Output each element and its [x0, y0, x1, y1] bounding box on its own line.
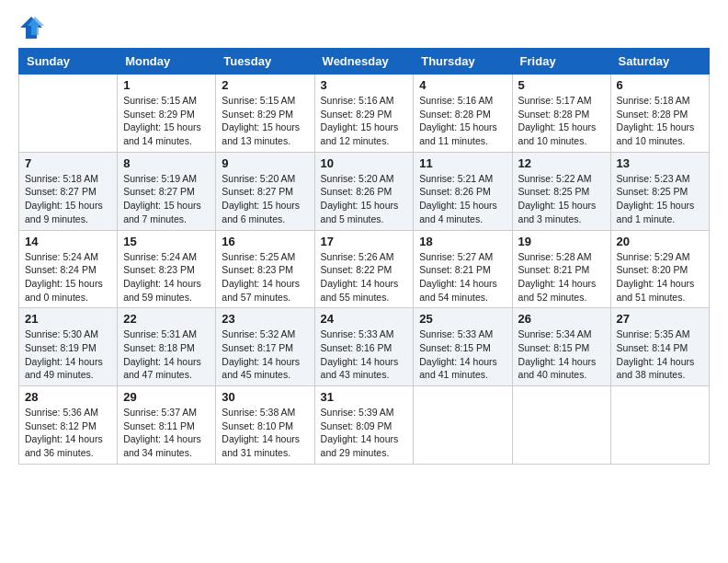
- calendar-week-row: 14Sunrise: 5:24 AM Sunset: 8:24 PM Dayli…: [19, 230, 710, 308]
- day-info: Sunrise: 5:26 AM Sunset: 8:22 PM Dayligh…: [321, 250, 408, 304]
- day-number: 1: [123, 78, 210, 92]
- calendar-cell: 11Sunrise: 5:21 AM Sunset: 8:26 PM Dayli…: [414, 152, 512, 230]
- day-info: Sunrise: 5:18 AM Sunset: 8:27 PM Dayligh…: [25, 172, 111, 226]
- day-number: 12: [518, 156, 605, 170]
- calendar-week-row: 1Sunrise: 5:15 AM Sunset: 8:29 PM Daylig…: [19, 75, 710, 153]
- calendar-cell: 2Sunrise: 5:15 AM Sunset: 8:29 PM Daylig…: [216, 75, 314, 153]
- day-number: 23: [222, 312, 308, 326]
- calendar-cell: 21Sunrise: 5:30 AM Sunset: 8:19 PM Dayli…: [19, 308, 118, 386]
- day-info: Sunrise: 5:37 AM Sunset: 8:11 PM Dayligh…: [123, 406, 210, 460]
- day-number: 16: [222, 235, 308, 248]
- day-info: Sunrise: 5:19 AM Sunset: 8:27 PM Dayligh…: [123, 172, 210, 226]
- calendar-cell: 4Sunrise: 5:16 AM Sunset: 8:28 PM Daylig…: [414, 75, 512, 153]
- calendar-cell: 24Sunrise: 5:33 AM Sunset: 8:16 PM Dayli…: [314, 308, 414, 386]
- day-of-week-header: Sunday: [19, 49, 118, 75]
- calendar: SundayMondayTuesdayWednesdayThursdayFrid…: [18, 48, 710, 465]
- day-number: 15: [123, 235, 210, 248]
- calendar-header-row: SundayMondayTuesdayWednesdayThursdayFrid…: [19, 49, 710, 75]
- day-info: Sunrise: 5:24 AM Sunset: 8:23 PM Dayligh…: [123, 250, 210, 304]
- day-info: Sunrise: 5:39 AM Sunset: 8:09 PM Dayligh…: [321, 406, 408, 460]
- day-number: 17: [321, 235, 408, 248]
- day-number: 30: [222, 390, 308, 404]
- calendar-cell: 28Sunrise: 5:36 AM Sunset: 8:12 PM Dayli…: [19, 386, 118, 465]
- calendar-cell: 31Sunrise: 5:39 AM Sunset: 8:09 PM Dayli…: [314, 386, 414, 465]
- calendar-cell: [19, 75, 118, 153]
- day-info: Sunrise: 5:17 AM Sunset: 8:28 PM Dayligh…: [518, 94, 605, 148]
- day-number: 24: [321, 312, 408, 326]
- calendar-cell: 12Sunrise: 5:22 AM Sunset: 8:25 PM Dayli…: [512, 152, 610, 230]
- day-number: 29: [123, 390, 210, 404]
- calendar-cell: 13Sunrise: 5:23 AM Sunset: 8:25 PM Dayli…: [610, 152, 709, 230]
- calendar-cell: 27Sunrise: 5:35 AM Sunset: 8:14 PM Dayli…: [610, 308, 709, 386]
- calendar-cell: 7Sunrise: 5:18 AM Sunset: 8:27 PM Daylig…: [19, 152, 118, 230]
- calendar-cell: 5Sunrise: 5:17 AM Sunset: 8:28 PM Daylig…: [512, 75, 610, 153]
- calendar-cell: 3Sunrise: 5:16 AM Sunset: 8:29 PM Daylig…: [314, 75, 414, 153]
- day-info: Sunrise: 5:38 AM Sunset: 8:10 PM Dayligh…: [222, 406, 308, 460]
- page-header: [18, 15, 710, 40]
- day-number: 31: [321, 390, 408, 404]
- day-number: 27: [617, 312, 703, 326]
- day-number: 10: [321, 156, 408, 170]
- calendar-cell: 29Sunrise: 5:37 AM Sunset: 8:11 PM Dayli…: [118, 386, 216, 465]
- calendar-week-row: 21Sunrise: 5:30 AM Sunset: 8:19 PM Dayli…: [19, 308, 710, 386]
- calendar-cell: 16Sunrise: 5:25 AM Sunset: 8:23 PM Dayli…: [216, 230, 314, 308]
- day-info: Sunrise: 5:33 AM Sunset: 8:15 PM Dayligh…: [419, 327, 506, 382]
- calendar-week-row: 7Sunrise: 5:18 AM Sunset: 8:27 PM Daylig…: [19, 152, 710, 230]
- day-number: 9: [222, 156, 308, 170]
- day-info: Sunrise: 5:35 AM Sunset: 8:14 PM Dayligh…: [617, 327, 703, 382]
- day-number: 11: [419, 156, 506, 170]
- day-number: 28: [25, 390, 111, 404]
- day-info: Sunrise: 5:15 AM Sunset: 8:29 PM Dayligh…: [123, 94, 210, 148]
- day-info: Sunrise: 5:36 AM Sunset: 8:12 PM Dayligh…: [25, 406, 111, 460]
- day-number: 2: [222, 78, 308, 92]
- calendar-cell: [414, 386, 512, 465]
- calendar-cell: 22Sunrise: 5:31 AM Sunset: 8:18 PM Dayli…: [118, 308, 216, 386]
- day-of-week-header: Thursday: [414, 49, 512, 75]
- calendar-cell: 15Sunrise: 5:24 AM Sunset: 8:23 PM Dayli…: [118, 230, 216, 308]
- day-of-week-header: Friday: [512, 49, 610, 75]
- calendar-cell: 8Sunrise: 5:19 AM Sunset: 8:27 PM Daylig…: [118, 152, 216, 230]
- day-info: Sunrise: 5:30 AM Sunset: 8:19 PM Dayligh…: [25, 327, 111, 382]
- day-info: Sunrise: 5:16 AM Sunset: 8:29 PM Dayligh…: [321, 94, 408, 148]
- calendar-cell: [512, 386, 610, 465]
- day-number: 5: [518, 78, 605, 92]
- day-info: Sunrise: 5:24 AM Sunset: 8:24 PM Dayligh…: [25, 250, 111, 304]
- calendar-cell: 9Sunrise: 5:20 AM Sunset: 8:27 PM Daylig…: [216, 152, 314, 230]
- logo-icon: [18, 15, 44, 40]
- day-info: Sunrise: 5:29 AM Sunset: 8:20 PM Dayligh…: [617, 250, 703, 304]
- calendar-cell: 25Sunrise: 5:33 AM Sunset: 8:15 PM Dayli…: [414, 308, 512, 386]
- day-info: Sunrise: 5:16 AM Sunset: 8:28 PM Dayligh…: [419, 94, 506, 148]
- day-number: 13: [617, 156, 703, 170]
- calendar-cell: 18Sunrise: 5:27 AM Sunset: 8:21 PM Dayli…: [414, 230, 512, 308]
- calendar-cell: 30Sunrise: 5:38 AM Sunset: 8:10 PM Dayli…: [216, 386, 314, 465]
- day-info: Sunrise: 5:25 AM Sunset: 8:23 PM Dayligh…: [222, 250, 308, 304]
- day-info: Sunrise: 5:21 AM Sunset: 8:26 PM Dayligh…: [419, 172, 506, 226]
- day-number: 7: [25, 156, 111, 170]
- calendar-cell: 14Sunrise: 5:24 AM Sunset: 8:24 PM Dayli…: [19, 230, 118, 308]
- day-number: 22: [123, 312, 210, 326]
- calendar-cell: 10Sunrise: 5:20 AM Sunset: 8:26 PM Dayli…: [314, 152, 414, 230]
- day-number: 19: [518, 235, 605, 248]
- day-info: Sunrise: 5:34 AM Sunset: 8:15 PM Dayligh…: [518, 327, 605, 382]
- day-number: 14: [25, 235, 111, 248]
- day-info: Sunrise: 5:22 AM Sunset: 8:25 PM Dayligh…: [518, 172, 605, 226]
- day-info: Sunrise: 5:20 AM Sunset: 8:27 PM Dayligh…: [222, 172, 308, 226]
- calendar-cell: 26Sunrise: 5:34 AM Sunset: 8:15 PM Dayli…: [512, 308, 610, 386]
- calendar-week-row: 28Sunrise: 5:36 AM Sunset: 8:12 PM Dayli…: [19, 386, 710, 465]
- calendar-cell: 1Sunrise: 5:15 AM Sunset: 8:29 PM Daylig…: [118, 75, 216, 153]
- day-of-week-header: Monday: [118, 49, 216, 75]
- calendar-cell: 6Sunrise: 5:18 AM Sunset: 8:28 PM Daylig…: [610, 75, 709, 153]
- day-info: Sunrise: 5:27 AM Sunset: 8:21 PM Dayligh…: [419, 250, 506, 304]
- calendar-cell: [610, 386, 709, 465]
- day-info: Sunrise: 5:23 AM Sunset: 8:25 PM Dayligh…: [617, 172, 703, 226]
- day-info: Sunrise: 5:28 AM Sunset: 8:21 PM Dayligh…: [518, 250, 605, 304]
- calendar-cell: 19Sunrise: 5:28 AM Sunset: 8:21 PM Dayli…: [512, 230, 610, 308]
- day-number: 20: [617, 235, 703, 248]
- day-of-week-header: Tuesday: [216, 49, 314, 75]
- day-of-week-header: Saturday: [610, 49, 709, 75]
- calendar-cell: 23Sunrise: 5:32 AM Sunset: 8:17 PM Dayli…: [216, 308, 314, 386]
- day-number: 26: [518, 312, 605, 326]
- logo: [18, 15, 48, 40]
- day-info: Sunrise: 5:33 AM Sunset: 8:16 PM Dayligh…: [321, 327, 408, 382]
- day-number: 4: [419, 78, 506, 92]
